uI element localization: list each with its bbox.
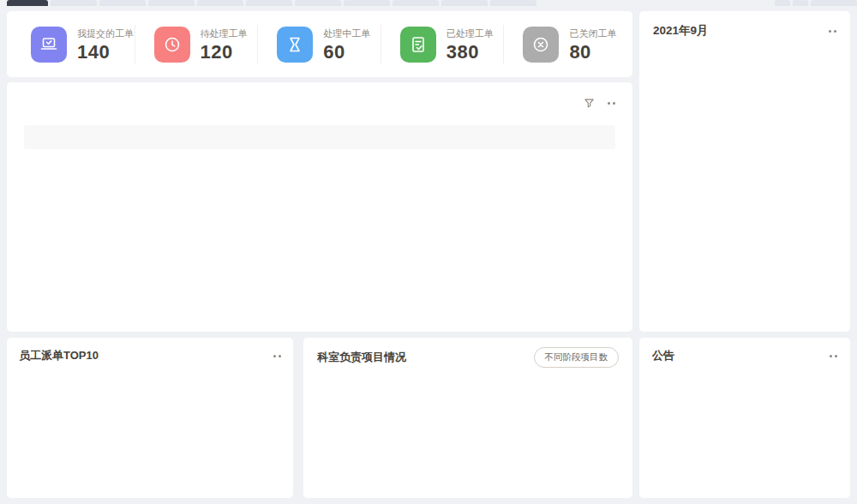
stat-card: 我提交的工单140	[12, 11, 135, 77]
stage-count-button[interactable]: 不同阶段项目数	[534, 347, 620, 368]
laptop-check-icon	[31, 27, 67, 63]
browser-control[interactable]	[775, 0, 790, 6]
browser-tab[interactable]	[7, 0, 48, 6]
filter-funnel-icon[interactable]	[583, 97, 596, 110]
workorders-panel	[7, 82, 632, 332]
stat-label: 待处理工单	[201, 27, 248, 40]
announcements-panel: 公告	[639, 338, 850, 498]
stat-value: 380	[446, 43, 494, 62]
hourglass-icon	[285, 34, 305, 55]
browser-tab[interactable]	[148, 0, 195, 6]
browser-tab[interactable]	[51, 0, 97, 6]
dashboard: 我提交的工单140待处理工单120处理中工单60已处理工单380已关闭工单80 …	[0, 0, 857, 504]
bar-chart	[46, 384, 273, 468]
browser-control[interactable]	[811, 0, 857, 6]
document-check-icon	[400, 27, 436, 63]
stat-card: 处理中工单60	[258, 11, 381, 77]
browser-tab[interactable]	[344, 0, 390, 6]
browser-tab[interactable]	[490, 0, 536, 6]
stat-info: 已关闭工单80	[569, 27, 616, 62]
stat-info: 已处理工单380	[446, 27, 494, 62]
projects-title: 科室负责项目情况	[317, 350, 406, 365]
stat-value: 120	[201, 43, 248, 62]
stat-card: 已处理工单380	[381, 11, 505, 77]
more-options-icon[interactable]	[608, 102, 615, 105]
chart-title: 员工派单TOP10	[19, 348, 99, 363]
stat-label: 处理中工单	[323, 27, 370, 40]
stat-label: 我提交的工单	[77, 27, 134, 40]
announcements-title: 公告	[652, 348, 674, 363]
document-check-icon	[408, 34, 428, 55]
stat-cards-panel: 我提交的工单140待处理工单120处理中工单60已处理工单380已关闭工单80	[7, 11, 632, 77]
clock-icon	[162, 34, 183, 55]
close-circle-icon	[523, 27, 559, 63]
stat-card: 已关闭工单80	[504, 11, 627, 77]
laptop-check-icon	[39, 34, 59, 55]
browser-tab[interactable]	[99, 0, 146, 6]
table-header	[24, 125, 615, 149]
browser-tab[interactable]	[246, 0, 292, 6]
browser-tab[interactable]	[441, 0, 488, 6]
calendar-panel: 2021年9月	[639, 11, 850, 332]
close-circle-icon	[530, 34, 551, 55]
calendar-more-icon[interactable]	[829, 30, 836, 33]
clock-icon	[154, 27, 190, 63]
browser-tab[interactable]	[393, 0, 439, 6]
stat-value: 80	[569, 43, 616, 62]
stat-info: 我提交的工单140	[77, 27, 134, 62]
browser-tab[interactable]	[295, 0, 341, 6]
stat-info: 待处理工单120	[201, 27, 248, 62]
stat-label: 已处理工单	[446, 27, 494, 40]
top-tab-strip	[0, 0, 857, 6]
stat-value: 140	[77, 43, 134, 62]
browser-tab[interactable]	[197, 0, 243, 6]
pagination	[24, 149, 615, 180]
stat-value: 60	[323, 43, 370, 62]
stat-card: 待处理工单120	[135, 11, 259, 77]
chart-more-icon[interactable]	[273, 355, 281, 357]
browser-control[interactable]	[793, 0, 808, 6]
hourglass-icon	[277, 27, 313, 63]
workorder-tabs	[24, 89, 615, 117]
projects-panel: 科室负责项目情况 不同阶段项目数	[303, 338, 632, 498]
announcements-more-icon[interactable]	[830, 355, 837, 357]
calendar-title: 2021年9月	[653, 23, 709, 39]
stat-label: 已关闭工单	[569, 27, 616, 40]
chart-panel: 员工派单TOP10	[7, 338, 293, 498]
stat-info: 处理中工单60	[323, 27, 370, 62]
